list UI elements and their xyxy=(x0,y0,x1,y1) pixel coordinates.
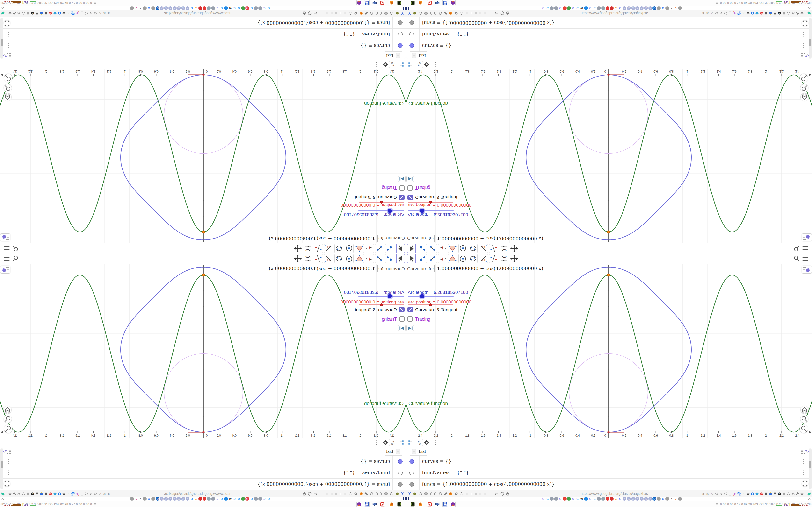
translate-blue-icon[interactable]: Aa xyxy=(737,11,741,15)
arc-length-slider-handle[interactable] xyxy=(388,209,392,213)
bookmark-favicon[interactable]: ∩ xyxy=(181,497,185,501)
reload-icon[interactable] xyxy=(723,11,728,15)
hamburger-menu-icon[interactable] xyxy=(3,245,10,252)
gear-icon[interactable] xyxy=(800,11,804,15)
ld-badge-icon[interactable]: LD xyxy=(777,492,781,496)
terminal-app[interactable] xyxy=(397,0,402,5)
bookmark-favicon[interactable]: G xyxy=(546,6,550,10)
avatar-app[interactable] xyxy=(450,0,456,5)
olive-icon[interactable] xyxy=(412,11,417,15)
algebra-style-button[interactable] xyxy=(407,439,414,446)
bookmark-favicon[interactable] xyxy=(610,497,614,501)
algebra-row-funcs[interactable]: funcs = {1.000000000000 + cos(4.00000000… xyxy=(0,17,406,28)
download-icon[interactable] xyxy=(728,492,732,496)
move-tool[interactable] xyxy=(407,254,416,263)
algebra-style-button[interactable] xyxy=(398,61,405,68)
download-icon[interactable] xyxy=(80,492,84,496)
bookmark-favicon[interactable]: G xyxy=(262,6,266,10)
bookmark-favicon[interactable]: G xyxy=(215,6,219,10)
visibility-toggle[interactable] xyxy=(409,459,414,464)
bookmark-favicon[interactable] xyxy=(203,497,207,501)
zoom-out-button[interactable] xyxy=(4,74,12,82)
bookmark-favicon[interactable] xyxy=(657,6,661,10)
row-kebab-menu-icon[interactable] xyxy=(802,458,806,464)
hook-icon[interactable] xyxy=(433,492,438,496)
globe-icon[interactable] xyxy=(424,11,428,15)
bookmark-favicon[interactable]: G xyxy=(237,6,241,10)
paint-icon[interactable] xyxy=(75,492,80,496)
bookmark-favicon[interactable]: W xyxy=(580,6,583,10)
trash-icon[interactable] xyxy=(44,492,48,496)
point-tool[interactable]: A xyxy=(418,244,427,253)
scrollbar-thumb[interactable] xyxy=(1,461,3,468)
arc-position-slider-handle[interactable] xyxy=(429,303,432,306)
hook-icon[interactable] xyxy=(378,492,383,496)
row-kebab-menu-icon[interactable] xyxy=(802,32,806,37)
bookmark-favicon[interactable] xyxy=(224,497,228,501)
circle-tool[interactable] xyxy=(458,244,467,253)
line-tool[interactable] xyxy=(375,254,384,263)
bookmark-favicon[interactable]: 7 xyxy=(674,6,678,10)
url-text[interactable]: https://www.geogebra.org/classic/aagcxh3… xyxy=(581,11,648,15)
bookmark-favicon[interactable]: ∩ xyxy=(627,6,631,10)
counter-pill[interactable]: 0 xyxy=(742,492,746,496)
bookmark-favicon[interactable]: ∩ xyxy=(622,497,626,501)
move-graphics-tool[interactable] xyxy=(510,254,519,263)
status-dot-icon[interactable] xyxy=(1,493,4,495)
settings-app[interactable] xyxy=(427,0,433,5)
bookmark-favicon[interactable]: G xyxy=(558,497,562,501)
search-icon[interactable] xyxy=(12,255,19,262)
ld-badge-icon[interactable]: LD xyxy=(31,492,35,496)
translate-blue-icon[interactable]: Aa xyxy=(737,492,741,496)
chevron-up-icon[interactable] xyxy=(807,6,812,10)
down-circle-icon[interactable] xyxy=(53,492,57,496)
record-icon[interactable]: SCR xyxy=(760,492,764,496)
down-circle-icon[interactable] xyxy=(755,492,759,496)
shield-icon[interactable] xyxy=(500,11,505,15)
bookmark-favicon[interactable] xyxy=(657,497,661,501)
settings-app[interactable] xyxy=(379,502,385,507)
bookmark-favicon[interactable]: G xyxy=(233,497,236,501)
globe-icon[interactable] xyxy=(369,492,374,496)
zoom-in-button[interactable] xyxy=(800,84,808,92)
url-text[interactable]: https://www.geogebra.org/classic/aagcxh3… xyxy=(581,492,648,496)
algebra-row-funcNames[interactable]: funcNames = {" "} xyxy=(406,467,812,478)
globe-icon[interactable] xyxy=(348,11,353,15)
bookmark-favicon[interactable]: i xyxy=(207,497,211,501)
folder-icon[interactable] xyxy=(319,492,324,496)
ellipse-tool[interactable] xyxy=(469,254,477,263)
bookmark-favicon[interactable]: W xyxy=(229,6,232,10)
zoom-out-button[interactable] xyxy=(800,74,808,82)
perpendicular-line-tool[interactable] xyxy=(365,244,374,253)
gear-icon[interactable] xyxy=(354,492,358,496)
bookmark-favicon[interactable] xyxy=(584,497,588,501)
row-kebab-menu-icon[interactable] xyxy=(6,470,10,475)
globe-icon[interactable] xyxy=(418,492,423,496)
bookmark-favicon[interactable] xyxy=(665,497,669,501)
globe-icon[interactable] xyxy=(384,492,388,496)
arc-position-slider-handle[interactable] xyxy=(429,201,432,204)
gear-icon[interactable] xyxy=(454,11,458,15)
bookmark-favicon[interactable]: ∩ xyxy=(186,497,190,501)
avatar-app[interactable] xyxy=(450,502,456,507)
gear-icon[interactable] xyxy=(454,492,458,496)
gear-dark-icon[interactable] xyxy=(62,492,66,496)
forward-arrow-icon[interactable] xyxy=(719,492,723,496)
reload-icon[interactable] xyxy=(84,11,89,15)
bookmark-favicon[interactable]: G xyxy=(589,497,592,501)
bookmark-favicon[interactable]: ∩ xyxy=(631,497,635,501)
bookmark-favicon[interactable]: ∩ xyxy=(648,497,652,501)
archive-icon[interactable] xyxy=(35,11,39,15)
bookmark-favicon[interactable]: G xyxy=(190,6,194,10)
bookmark-favicon[interactable] xyxy=(554,6,558,10)
bookmark-favicon[interactable]: ∩ xyxy=(627,497,631,501)
bookmark-favicon[interactable] xyxy=(143,6,147,10)
hook-icon[interactable] xyxy=(374,11,379,15)
wrench-icon[interactable] xyxy=(444,11,448,15)
bookmark-favicon[interactable]: G xyxy=(190,497,194,501)
zoom-in-button[interactable] xyxy=(4,84,12,92)
record-icon[interactable]: SCR xyxy=(48,11,52,15)
scrollbar[interactable] xyxy=(0,448,3,489)
bookmark-favicon[interactable]: * xyxy=(139,497,142,501)
bookmark-favicon[interactable]: G xyxy=(541,497,545,501)
